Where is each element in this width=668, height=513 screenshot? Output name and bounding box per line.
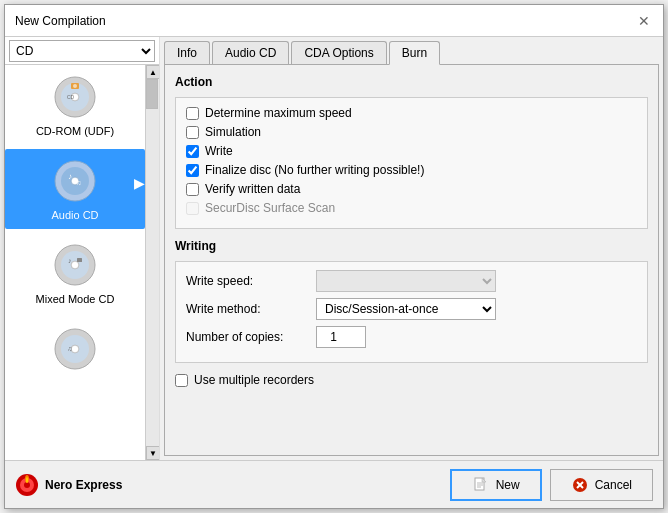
scroll-up-button[interactable]: ▲	[146, 65, 160, 79]
write-speed-row: Write speed:	[186, 270, 637, 292]
svg-text:CD: CD	[67, 94, 75, 100]
securedisc-surface-scan-row: SecurDisc Surface Scan	[186, 201, 637, 215]
svg-text:♪: ♪	[68, 172, 72, 181]
sidebar-scrollbar: ▲ ▼	[145, 65, 159, 460]
use-multiple-recorders-label: Use multiple recorders	[194, 373, 314, 387]
svg-rect-18	[77, 258, 82, 262]
new-button-label: New	[496, 478, 520, 492]
use-multiple-recorders-row: Use multiple recorders	[175, 373, 648, 387]
tabs: Info Audio CD CDA Options Burn	[164, 41, 659, 65]
bottom-bar: Nero Express New	[5, 460, 663, 508]
write-method-row: Write method: Disc/Session-at-once Track…	[186, 298, 637, 320]
write-label: Write	[205, 144, 233, 158]
mixed-mode-icon: ♪	[51, 241, 99, 289]
finalize-disc-checkbox[interactable]	[186, 164, 199, 177]
number-of-copies-row: Number of copies:	[186, 326, 637, 348]
svg-text:♪: ♪	[68, 257, 72, 264]
disc-type-select[interactable]: CD DVD Blu-ray	[9, 40, 155, 62]
simulation-label: Simulation	[205, 125, 261, 139]
close-button[interactable]: ✕	[635, 12, 653, 30]
new-button[interactable]: New	[450, 469, 542, 501]
verify-written-data-row: Verify written data	[186, 182, 637, 196]
write-method-label: Write method:	[186, 302, 316, 316]
determine-max-speed-label: Determine maximum speed	[205, 106, 352, 120]
scroll-thumb[interactable]	[146, 79, 158, 109]
nero-logo-icon	[15, 473, 39, 497]
title-bar: New Compilation ✕	[5, 5, 663, 37]
determine-max-speed-checkbox[interactable]	[186, 107, 199, 120]
securedisc-surface-scan-checkbox	[186, 202, 199, 215]
burn-tab-content: Action Determine maximum speed Simulatio…	[164, 65, 659, 456]
tab-cda-options[interactable]: CDA Options	[291, 41, 386, 64]
new-compilation-dialog: New Compilation ✕ CD DVD Blu-ray	[4, 4, 664, 509]
sidebar-item-extra[interactable]: ♫	[5, 317, 145, 385]
sidebar-item-mixed-mode-label: Mixed Mode CD	[36, 293, 115, 305]
sidebar-item-mixed-mode[interactable]: ♪ Mixed Mode CD	[5, 233, 145, 313]
finalize-disc-row: Finalize disc (No further writing possib…	[186, 163, 637, 177]
nero-brand-label: Nero Express	[45, 478, 122, 492]
cancel-button[interactable]: Cancel	[550, 469, 653, 501]
securedisc-surface-scan-label: SecurDisc Surface Scan	[205, 201, 335, 215]
writing-section: Write speed: Write method: Disc/Session-…	[175, 261, 648, 363]
audio-cd-row: ♪ ♫ ▶	[9, 157, 141, 209]
tab-burn[interactable]: Burn	[389, 41, 440, 65]
determine-max-speed-row: Determine maximum speed	[186, 106, 637, 120]
write-checkbox[interactable]	[186, 145, 199, 158]
svg-text:♫: ♫	[76, 179, 81, 186]
svg-text:♫: ♫	[67, 345, 72, 352]
svg-point-6	[73, 84, 77, 88]
audio-cd-icon: ♪ ♫	[51, 157, 99, 205]
sidebar-item-audio-cd[interactable]: ♪ ♫ ▶ Audio CD	[5, 149, 145, 229]
number-of-copies-label: Number of copies:	[186, 330, 316, 344]
scroll-down-button[interactable]: ▼	[146, 446, 160, 460]
extra-icon: ♫	[51, 325, 99, 373]
write-method-select[interactable]: Disc/Session-at-once Track-at-once SAO/9…	[316, 298, 496, 320]
write-speed-label: Write speed:	[186, 274, 316, 288]
simulation-checkbox[interactable]	[186, 126, 199, 139]
cancel-icon	[571, 476, 589, 494]
sidebar-items: CD CD-ROM (UDF)	[5, 65, 145, 460]
bottom-buttons: New Cancel	[450, 469, 653, 501]
finalize-disc-label: Finalize disc (No further writing possib…	[205, 163, 424, 177]
document-icon	[472, 476, 490, 494]
sidebar-scroll-container: CD CD-ROM (UDF)	[5, 65, 159, 460]
scroll-track	[146, 79, 159, 446]
sidebar: CD DVD Blu-ray	[5, 37, 160, 460]
number-of-copies-input[interactable]	[316, 326, 366, 348]
content-area: CD DVD Blu-ray	[5, 37, 663, 460]
write-speed-input-container	[316, 270, 637, 292]
active-arrow: ▶	[134, 175, 145, 191]
sidebar-item-cd-rom[interactable]: CD CD-ROM (UDF)	[5, 65, 145, 145]
write-method-input-container: Disc/Session-at-once Track-at-once SAO/9…	[316, 298, 637, 320]
tab-info[interactable]: Info	[164, 41, 210, 64]
svg-point-22	[72, 346, 78, 352]
use-multiple-recorders-checkbox[interactable]	[175, 374, 188, 387]
main-panel: Info Audio CD CDA Options Burn Action	[160, 37, 663, 460]
cd-rom-icon: CD	[51, 73, 99, 121]
write-speed-select[interactable]	[316, 270, 496, 292]
sidebar-item-audio-cd-label: Audio CD	[51, 209, 98, 221]
dialog-title: New Compilation	[15, 14, 106, 28]
action-section-title: Action	[175, 75, 648, 89]
sidebar-dropdown[interactable]: CD DVD Blu-ray	[5, 37, 159, 65]
verify-written-data-label: Verify written data	[205, 182, 300, 196]
tab-audio-cd[interactable]: Audio CD	[212, 41, 289, 64]
svg-point-16	[72, 262, 78, 268]
writing-section-title: Writing	[175, 239, 648, 253]
nero-brand: Nero Express	[15, 473, 122, 497]
verify-written-data-checkbox[interactable]	[186, 183, 199, 196]
simulation-row: Simulation	[186, 125, 637, 139]
sidebar-item-cd-rom-label: CD-ROM (UDF)	[36, 125, 114, 137]
action-section: Determine maximum speed Simulation Write…	[175, 97, 648, 229]
svg-point-28	[26, 477, 28, 483]
write-row: Write	[186, 144, 637, 158]
cancel-button-label: Cancel	[595, 478, 632, 492]
